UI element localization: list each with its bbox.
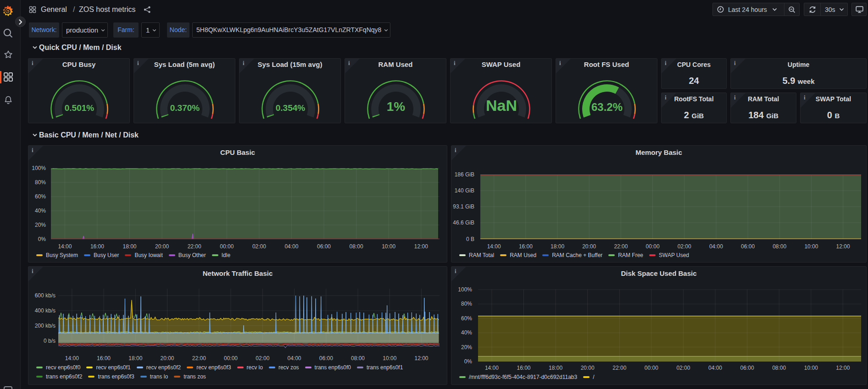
svg-text:0.354%: 0.354% [276,103,306,113]
svg-text:20:00: 20:00 [155,243,169,250]
svg-text:20:00: 20:00 [582,243,596,250]
svg-text:14:00: 14:00 [65,355,79,362]
svg-text:16:00: 16:00 [519,243,533,250]
svg-text:40%: 40% [461,329,472,336]
svg-text:1%: 1% [387,99,406,114]
svg-text:06:00: 06:00 [740,365,754,371]
svg-text:400 kb/s: 400 kb/s [35,307,56,314]
svg-text:06:00: 06:00 [741,243,755,250]
svg-text:04:00: 04:00 [287,355,301,362]
svg-text:22:00: 22:00 [612,365,626,371]
svg-text:60%: 60% [35,193,46,200]
svg-text:20:00: 20:00 [160,355,174,362]
svg-text:02:00: 02:00 [256,355,269,362]
svg-text:04:00: 04:00 [284,243,298,250]
svg-text:0 b/s: 0 b/s [44,338,56,344]
svg-text:14:00: 14:00 [487,243,501,250]
svg-text:00:00: 00:00 [220,243,234,250]
svg-text:10:00: 10:00 [804,365,818,371]
svg-text:40%: 40% [35,208,46,214]
svg-text:0.370%: 0.370% [170,103,200,113]
svg-text:22:00: 22:00 [188,243,201,250]
svg-text:18:00: 18:00 [551,243,564,250]
svg-text:00:00: 00:00 [224,355,238,362]
svg-text:12:00: 12:00 [414,243,428,250]
svg-text:100%: 100% [32,165,46,171]
svg-text:186 GiB: 186 GiB [455,171,474,178]
svg-text:04:00: 04:00 [708,365,722,371]
svg-text:02:00: 02:00 [676,365,690,371]
svg-text:0%: 0% [38,236,46,242]
svg-text:140 GiB: 140 GiB [455,187,474,194]
svg-text:NaN: NaN [486,97,517,114]
svg-text:22:00: 22:00 [614,243,628,250]
svg-text:08:00: 08:00 [350,243,363,250]
svg-text:06:00: 06:00 [317,243,331,250]
svg-text:46.6 GiB: 46.6 GiB [453,219,474,226]
svg-text:04:00: 04:00 [709,243,723,250]
svg-text:60%: 60% [461,315,472,322]
svg-text:00:00: 00:00 [646,243,660,250]
svg-text:16:00: 16:00 [97,355,111,362]
svg-text:10:00: 10:00 [804,243,818,250]
svg-text:10:00: 10:00 [383,355,396,362]
svg-text:18:00: 18:00 [549,365,562,371]
svg-text:12:00: 12:00 [836,243,850,250]
svg-text:14:00: 14:00 [58,243,72,250]
svg-text:10:00: 10:00 [382,243,395,250]
svg-text:0%: 0% [464,358,473,365]
svg-text:18:00: 18:00 [122,243,136,250]
svg-text:02:00: 02:00 [678,243,691,250]
svg-text:93.1 GiB: 93.1 GiB [453,203,474,210]
svg-text:200 kb/s: 200 kb/s [35,323,56,329]
svg-text:80%: 80% [35,179,46,186]
svg-text:20%: 20% [461,344,472,351]
svg-text:02:00: 02:00 [252,243,266,250]
svg-text:18:00: 18:00 [128,355,142,362]
svg-text:600 kb/s: 600 kb/s [35,292,56,299]
svg-text:0.501%: 0.501% [65,103,95,113]
svg-text:20:00: 20:00 [581,365,595,371]
svg-text:22:00: 22:00 [192,355,206,362]
svg-text:100%: 100% [458,286,472,293]
svg-text:20%: 20% [35,222,46,228]
svg-text:14:00: 14:00 [485,365,499,371]
svg-text:08:00: 08:00 [351,355,365,362]
svg-text:63.2%: 63.2% [591,101,623,113]
svg-text:12:00: 12:00 [836,365,850,371]
svg-text:12:00: 12:00 [414,355,428,362]
svg-text:16:00: 16:00 [90,243,104,250]
svg-text:08:00: 08:00 [773,243,786,250]
svg-text:16:00: 16:00 [517,365,530,371]
svg-text:0 B: 0 B [466,236,474,242]
svg-text:08:00: 08:00 [772,365,786,371]
svg-text:80%: 80% [461,301,472,307]
svg-text:06:00: 06:00 [319,355,333,362]
svg-text:00:00: 00:00 [645,365,658,371]
